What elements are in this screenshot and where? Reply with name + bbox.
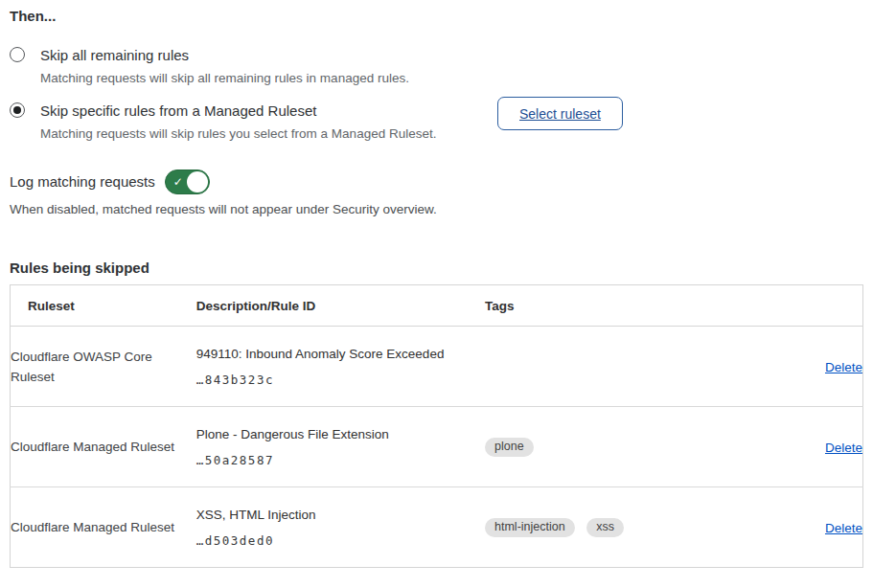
option-skip-all-remaining-rules: Skip all remaining rules Matching reques… <box>10 45 863 88</box>
select-ruleset-button[interactable]: Select ruleset <box>497 97 623 130</box>
rule-description: 949110: Inbound Anomaly Score Exceeded <box>196 346 485 363</box>
log-toggle-label: Log matching requests <box>10 170 155 194</box>
column-header-ruleset: Ruleset <box>11 285 196 327</box>
delete-rule-link[interactable]: Delete <box>825 521 862 535</box>
option-description: Matching requests will skip rules you se… <box>40 124 436 144</box>
rule-description: Plone - Dangerous File Extension <box>196 426 485 443</box>
delete-rule-link[interactable]: Delete <box>825 441 862 455</box>
action-options: Skip all remaining rules Matching reques… <box>10 45 863 144</box>
rule-action-cell: Delete <box>705 327 862 407</box>
log-matching-requests-row: Log matching requests ✓ <box>10 170 863 194</box>
rule-id: …50a28587 <box>196 453 485 467</box>
option-label[interactable]: Skip all remaining rules <box>40 45 409 66</box>
column-header-description-rule-id: Description/Rule ID <box>196 285 485 327</box>
column-header-actions <box>705 285 862 327</box>
rule-tags-cell: plone <box>485 407 705 487</box>
rule-tags-cell: html-injection xss <box>485 487 705 568</box>
rule-description-cell: Plone - Dangerous File Extension …50a285… <box>196 407 485 487</box>
rule-tags-cell <box>485 327 705 407</box>
table-row: Cloudflare Managed Ruleset XSS, HTML Inj… <box>11 487 863 568</box>
ruleset-name: Cloudflare Managed Ruleset <box>11 487 196 568</box>
ruleset-name: Cloudflare OWASP Core Ruleset <box>11 327 196 407</box>
table-row: Cloudflare OWASP Core Ruleset 949110: In… <box>11 327 863 407</box>
rule-action-cell: Delete <box>705 487 862 568</box>
option-text: Skip specific rules from a Managed Rules… <box>40 101 436 144</box>
rule-description: XSS, HTML Injection <box>196 507 485 524</box>
rules-being-skipped-table: Ruleset Description/Rule ID Tags Cloudfl… <box>10 284 863 568</box>
waf-skip-rule-form: Then... Skip all remaining rules Matchin… <box>0 0 873 568</box>
option-skip-specific-rules: Skip specific rules from a Managed Rules… <box>10 101 863 144</box>
table-header-row: Ruleset Description/Rule ID Tags <box>11 285 863 327</box>
rule-description-cell: 949110: Inbound Anomaly Score Exceeded …… <box>196 327 485 407</box>
check-icon: ✓ <box>173 174 183 190</box>
then-heading: Then... <box>10 6 863 27</box>
option-description: Matching requests will skip all remainin… <box>40 69 409 88</box>
rule-action-cell: Delete <box>705 407 862 487</box>
tag-pill: html-injection <box>485 518 575 537</box>
table-row: Cloudflare Managed Ruleset Plone - Dange… <box>11 407 863 487</box>
tag-pill: xss <box>586 518 624 537</box>
tag-pill: plone <box>485 438 534 457</box>
rule-description-cell: XSS, HTML Injection …d503ded0 <box>196 487 485 568</box>
radio-skip-specific-rules[interactable] <box>10 102 25 118</box>
rule-id: …843b323c <box>196 373 485 387</box>
column-header-tags: Tags <box>485 285 705 327</box>
radio-dot <box>13 106 21 114</box>
delete-rule-link[interactable]: Delete <box>825 360 862 374</box>
option-label[interactable]: Skip specific rules from a Managed Rules… <box>40 101 436 122</box>
rule-id: …d503ded0 <box>196 533 485 548</box>
radio-skip-all-remaining-rules[interactable] <box>10 47 25 62</box>
option-text: Skip all remaining rules Matching reques… <box>40 45 409 88</box>
ruleset-name: Cloudflare Managed Ruleset <box>11 407 196 487</box>
log-toggle[interactable]: ✓ <box>165 170 210 194</box>
rules-being-skipped-heading: Rules being skipped <box>10 258 863 279</box>
log-toggle-description: When disabled, matched requests will not… <box>10 200 863 219</box>
toggle-knob <box>187 171 208 192</box>
